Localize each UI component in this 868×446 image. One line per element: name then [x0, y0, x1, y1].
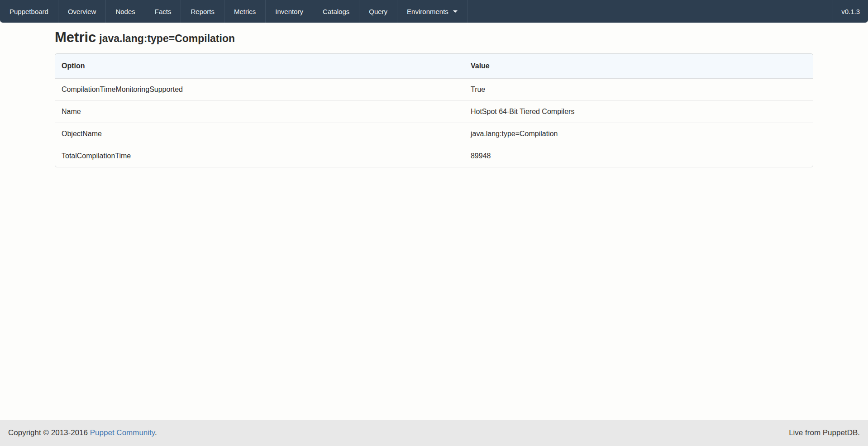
table-row: ObjectName java.lang:type=Compilation — [55, 123, 813, 145]
value-cell: java.lang:type=Compilation — [464, 123, 813, 145]
page-title: Metricjava.lang:type=Compilation — [55, 28, 813, 47]
nav-item-reports[interactable]: Reports — [181, 0, 224, 23]
nav-item-metrics[interactable]: Metrics — [224, 0, 266, 23]
column-header-value: Value — [464, 54, 813, 79]
option-cell: Name — [55, 101, 464, 123]
page-subtitle: java.lang:type=Compilation — [99, 33, 235, 44]
footer-copyright: Copyright © 2013-2016 Puppet Community. — [8, 428, 157, 437]
nav-dropdown-environments[interactable]: Environments — [397, 0, 467, 23]
nav-item-overview[interactable]: Overview — [58, 0, 106, 23]
metric-table: Option Value CompilationTimeMonitoringSu… — [55, 53, 813, 167]
nav-item-query[interactable]: Query — [359, 0, 397, 23]
main-content: Metricjava.lang:type=Compilation Option … — [0, 23, 868, 420]
chevron-down-icon — [453, 10, 458, 13]
value-cell: HotSpot 64-Bit Tiered Compilers — [464, 101, 813, 123]
option-cell: TotalCompilationTime — [55, 145, 464, 167]
footer-copyright-suffix: . — [155, 428, 157, 437]
value-cell: 89948 — [464, 145, 813, 167]
navbar-brand[interactable]: Puppetboard — [0, 0, 58, 23]
page-title-text: Metric — [55, 29, 96, 45]
puppet-community-link[interactable]: Puppet Community — [90, 428, 155, 437]
option-cell: ObjectName — [55, 123, 464, 145]
navbar-version: v0.1.3 — [833, 0, 868, 23]
value-cell: True — [464, 79, 813, 101]
footer-copyright-text: Copyright © 2013-2016 — [8, 428, 90, 437]
option-cell: CompilationTimeMonitoringSupported — [55, 79, 464, 101]
column-header-option: Option — [55, 54, 464, 79]
top-navbar: Puppetboard Overview Nodes Facts Reports… — [0, 0, 868, 23]
nav-item-facts[interactable]: Facts — [145, 0, 181, 23]
nav-item-inventory[interactable]: Inventory — [266, 0, 313, 23]
table-row: CompilationTimeMonitoringSupported True — [55, 79, 813, 101]
nav-dropdown-environments-label: Environments — [407, 8, 448, 15]
site-footer: Copyright © 2013-2016 Puppet Community. … — [0, 420, 868, 446]
footer-live-status: Live from PuppetDB. — [789, 428, 860, 437]
table-header-row: Option Value — [55, 54, 813, 79]
table-row: Name HotSpot 64-Bit Tiered Compilers — [55, 101, 813, 123]
table-row: TotalCompilationTime 89948 — [55, 145, 813, 167]
nav-item-nodes[interactable]: Nodes — [106, 0, 145, 23]
nav-item-catalogs[interactable]: Catalogs — [313, 0, 359, 23]
